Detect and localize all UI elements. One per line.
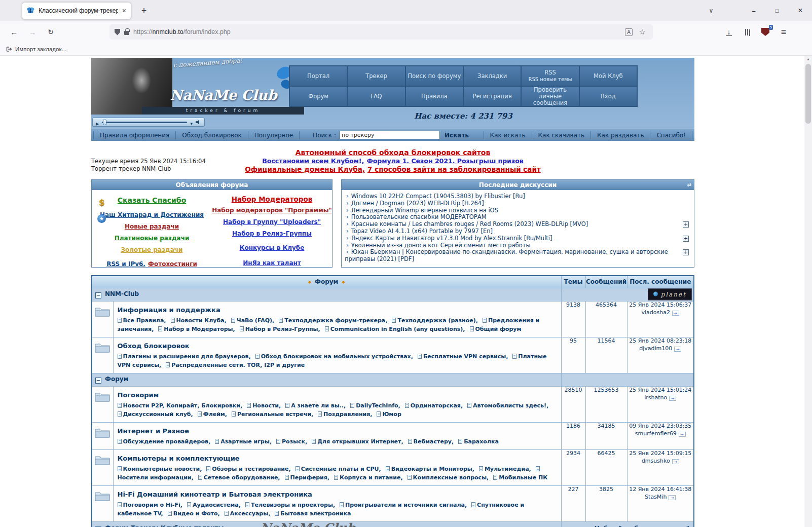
last-post-user[interactable]: StasMih [645, 494, 667, 500]
photohosting-link[interactable]: Фотохостинги [148, 260, 197, 268]
play-icon[interactable] [96, 118, 99, 127]
subforum-link[interactable]: Автомобилисты здесь! [473, 402, 546, 409]
forum-title-link[interactable]: Интернет и Разное [118, 427, 190, 435]
list-tabs-chevron-icon[interactable] [703, 7, 720, 14]
new-tab-button[interactable] [137, 4, 151, 18]
subforum-link[interactable]: Для открывших Интернет [317, 438, 401, 445]
discussion-link[interactable]: Юхан Бьеркман | Консервирование по-сканд… [345, 248, 668, 262]
latest-post-icon[interactable] [669, 495, 676, 500]
expand-plus-icon[interactable] [683, 221, 689, 228]
speaker-icon[interactable] [196, 120, 201, 125]
subforum-link[interactable]: Обзоры и тестирование [212, 466, 288, 472]
site-logo-title[interactable]: NaNaMe Club [144, 87, 303, 103]
subforum-link[interactable]: Новости P2P, Копирайт, Блокировки [123, 402, 240, 409]
subforum-link[interactable]: Видеокарты и Мониторы [391, 466, 472, 472]
subforum-link[interactable]: Все Правила [123, 317, 164, 324]
subforum-link[interactable]: Распределенные сети. TOR, I2P и другие [171, 362, 305, 368]
last-post-user[interactable]: irshatno [644, 394, 667, 401]
platinum-releases-link[interactable]: Платиновые раздачи [115, 235, 190, 242]
category-name[interactable]: NNM-Club [105, 290, 139, 297]
discussion-link[interactable]: Topaz Video AI 4.1.1 (x64) Portable by 7… [351, 228, 493, 235]
subforum-link[interactable]: Сетевое оборудование [204, 474, 278, 481]
window-close-button[interactable] [789, 0, 812, 21]
menu-item-faq[interactable]: FAQ [347, 86, 405, 106]
rss-ipv6-link[interactable]: RSS и IPv6, [106, 260, 145, 268]
last-post-user[interactable]: djvadim100 [639, 345, 672, 352]
menu-item-forum[interactable]: Форум [289, 86, 347, 106]
planet-badge[interactable]: planet [648, 289, 692, 300]
subforum-link[interactable]: Поздравления [323, 411, 370, 418]
subforum-link[interactable]: Обход блокировок на мобильных устройства… [261, 353, 411, 360]
subforum-link[interactable]: Набор в Релиз-Группы [245, 326, 318, 332]
translate-icon[interactable] [625, 28, 633, 36]
discussion-link[interactable]: Пользовательские спасибки МОДЕРАТОРАМ [351, 213, 487, 220]
menu-item-bookmarks[interactable]: Закладки [463, 66, 521, 86]
discussion-link[interactable]: Яндекс Карты и Навигатор v17.3.0 Mod by … [351, 235, 552, 242]
expand-plus-icon[interactable] [683, 236, 689, 242]
subforum-link[interactable]: Аксессуары [230, 510, 268, 517]
downloads-icon[interactable] [721, 24, 737, 40]
gold-releases-link[interactable]: Золотые раздачи [121, 246, 182, 253]
new-releases-link[interactable]: Новые раздачи [125, 223, 179, 230]
url-text[interactable]: https://nnmclub.to/forum/index.php [133, 28, 621, 35]
menu-item-rss[interactable]: RSSRSS новые темы [521, 66, 579, 86]
window-maximize-button[interactable] [765, 0, 789, 21]
subforum-link[interactable]: Видео и Фото [173, 510, 218, 517]
subforum-link[interactable]: Флейм [203, 411, 225, 418]
latest-post-icon[interactable] [672, 311, 679, 316]
browser-tab[interactable]: Классический форум-трекер [22, 3, 131, 19]
latest-post-icon[interactable] [672, 459, 679, 464]
discussion-link[interactable]: Красные комнаты / Les chambres rouges / … [351, 220, 588, 228]
latest-post-icon[interactable] [669, 396, 676, 401]
player-slider[interactable] [102, 122, 187, 123]
subforum-link[interactable]: Поговорим о Hi-Fi [123, 502, 180, 508]
subforum-link[interactable]: Комплексные вопросы [413, 474, 487, 481]
discussion-link[interactable]: Легендарный Winamp впервые появился на i… [351, 207, 498, 214]
subforum-link[interactable]: Новости Клуба [176, 317, 225, 324]
release-groups-link[interactable]: Набор в Релиз-Группы [232, 230, 312, 237]
say-thanks-link[interactable]: Сказать Спасибо [118, 196, 187, 204]
subforum-link[interactable]: Розыск [282, 438, 305, 445]
nav-bypass-link[interactable]: Обход блокировок [176, 131, 248, 139]
subforum-link[interactable]: Аудиосистема [193, 502, 239, 508]
menu-item-forum-search[interactable]: Поиск по форуму [405, 66, 463, 86]
last-post-user[interactable]: smurferofler69 [635, 430, 677, 437]
import-bookmarks-item[interactable]: Импорт закладок... [15, 46, 66, 52]
latest-post-icon[interactable] [679, 432, 686, 437]
menu-item-my-club[interactable]: Мой Клуб [579, 66, 637, 86]
nav-how-seed-link[interactable]: Как раздавать [591, 131, 650, 139]
menu-item-rules[interactable]: Правила [405, 86, 463, 106]
subforum-link[interactable]: Азартные игры [220, 438, 270, 445]
last-post-user[interactable]: vladosha2 [642, 309, 670, 316]
subforum-link[interactable]: Communication in English (any questions) [330, 326, 463, 332]
last-post-user[interactable]: dmsushko [642, 458, 670, 464]
announce-domains-link[interactable]: Официальные домены Клуба, [245, 165, 365, 173]
forum-title-link[interactable]: Обход блокировок [118, 342, 190, 350]
forward-button[interactable] [24, 24, 41, 40]
reload-button[interactable] [43, 24, 59, 40]
subforum-link[interactable]: Компьютерные новости [123, 466, 200, 472]
nav-rules-link[interactable]: Правила оформления [93, 131, 176, 139]
subforum-link[interactable]: Барахолка [464, 438, 499, 445]
subforum-link[interactable]: Ординаторская [411, 402, 461, 409]
subforum-link[interactable]: Дискуссионный клуб [123, 411, 191, 418]
subforum-link[interactable]: А знаете ли вы.. [291, 402, 344, 409]
nav-popular-link[interactable]: Популярное [248, 131, 300, 139]
menu-item-portal[interactable]: Портал [289, 66, 347, 86]
lock-icon[interactable] [124, 31, 129, 35]
hamburger-menu-icon[interactable] [776, 24, 792, 40]
subforum-link[interactable]: Периферия [290, 474, 327, 481]
subforum-link[interactable]: Мультимедиа [485, 466, 529, 472]
subforum-link[interactable]: Плагины и расширения для браузеров [123, 353, 249, 360]
discussion-link[interactable]: Уволенный из-за доноса кот Сергей сменит… [351, 242, 531, 249]
category-name[interactable]: Форум-Трекер: Клубные таланты [105, 524, 224, 527]
subforum-link[interactable]: Носители информации [118, 474, 192, 481]
announce-restore-link[interactable]: Восстановим всем Клубом!, [262, 157, 364, 165]
discussion-link[interactable]: Windows 10 22H2 Compact (19045.3803) by … [351, 193, 525, 200]
forum-title-link[interactable]: Hi-Fi Домашний кинотеатр и Бытовая элект… [118, 491, 312, 498]
latest-post-icon[interactable] [674, 347, 681, 352]
subforum-link[interactable]: Проигрыватели и источники сигнала [345, 502, 465, 508]
announce-7ways-link[interactable]: 7 способов зайти на заблокированный сайт [367, 165, 541, 173]
back-button[interactable] [6, 24, 22, 40]
search-button[interactable]: Искать [445, 132, 474, 139]
